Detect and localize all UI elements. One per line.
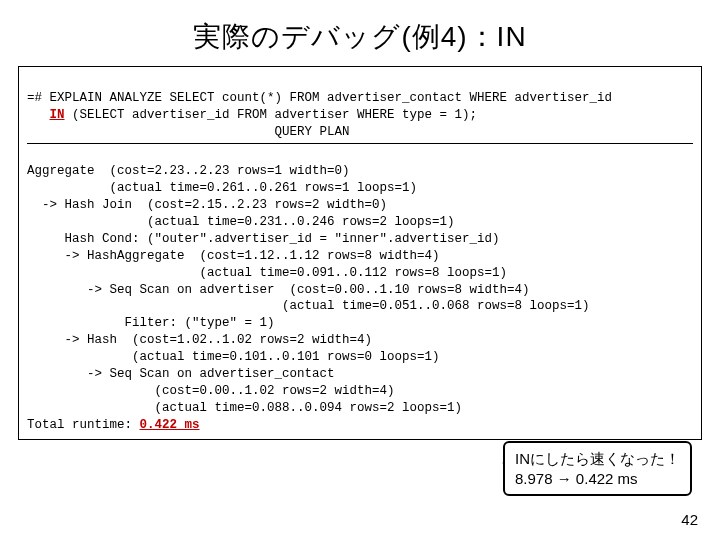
plan-row: (actual time=0.088..0.094 rows=2 loops=1…: [27, 401, 462, 415]
sql-line2: (SELECT advertiser_id FROM advertiser WH…: [65, 108, 478, 122]
plan-row: (actual time=0.091..0.112 rows=8 loops=1…: [27, 266, 507, 280]
plan-row: (actual time=0.231..0.246 rows=2 loops=1…: [27, 215, 455, 229]
page-number: 42: [681, 511, 698, 528]
callout-line1: INにしたら速くなった！: [515, 449, 680, 469]
slide-title: 実際のデバッグ(例4)：IN: [0, 0, 720, 66]
plan-row: -> Hash Join (cost=2.15..2.23 rows=2 wid…: [27, 198, 387, 212]
plan-row: -> HashAggregate (cost=1.12..1.12 rows=8…: [27, 249, 440, 263]
plan-row: Hash Cond: ("outer".advertiser_id = "inn…: [27, 232, 500, 246]
plan-row: -> Seq Scan on advertiser_contact: [27, 367, 335, 381]
query-plan-header: QUERY PLAN: [27, 125, 350, 139]
plan-row: (actual time=0.051..0.068 rows=8 loops=1…: [27, 299, 590, 313]
plan-row: Filter: ("type" = 1): [27, 316, 275, 330]
plan-row: (actual time=0.261..0.261 rows=1 loops=1…: [27, 181, 417, 195]
plan-row: (cost=0.00..1.02 rows=2 width=4): [27, 384, 395, 398]
runtime-label: Total runtime:: [27, 418, 140, 432]
callout-box: INにしたら速くなった！ 8.978 → 0.422 ms: [503, 441, 692, 496]
callout-line2: 8.978 → 0.422 ms: [515, 469, 680, 489]
sql-line1: =# EXPLAIN ANALYZE SELECT count(*) FROM …: [27, 91, 612, 105]
in-keyword: IN: [50, 108, 65, 122]
plan-row: -> Seq Scan on advertiser (cost=0.00..1.…: [27, 283, 530, 297]
plan-row: Aggregate (cost=2.23..2.23 rows=1 width=…: [27, 164, 350, 178]
plan-row: (actual time=0.101..0.101 rows=0 loops=1…: [27, 350, 440, 364]
runtime-value: 0.422 ms: [140, 418, 200, 432]
divider: [27, 143, 693, 144]
query-plan-box: =# EXPLAIN ANALYZE SELECT count(*) FROM …: [18, 66, 702, 440]
plan-row: -> Hash (cost=1.02..1.02 rows=2 width=4): [27, 333, 372, 347]
